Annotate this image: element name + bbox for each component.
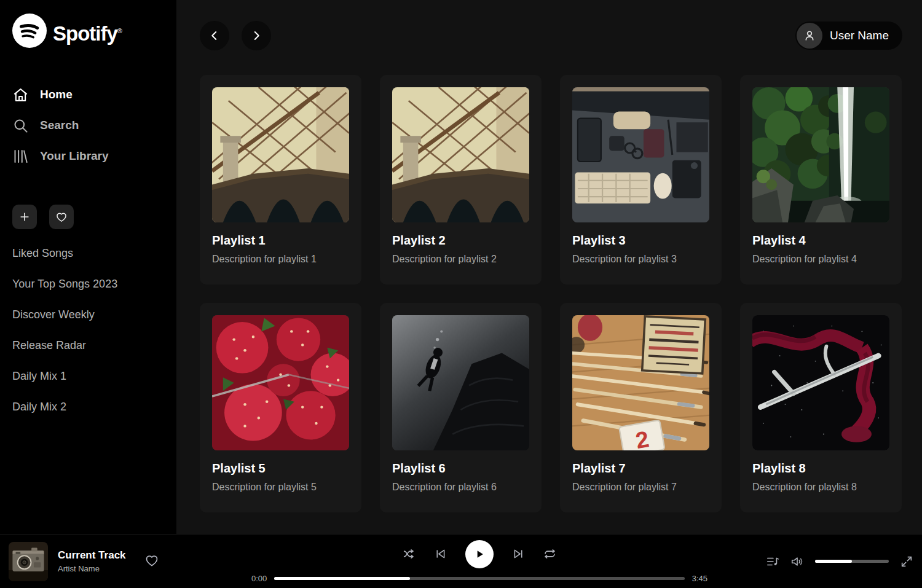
next-icon: [512, 547, 525, 560]
sidebar-item-label: Search: [40, 119, 79, 132]
playlist-cover-strawberries: [212, 315, 349, 450]
back-button[interactable]: [200, 21, 229, 50]
playlist-description: Description for playlist 1: [212, 254, 349, 265]
forward-button[interactable]: [242, 21, 271, 50]
volume-button[interactable]: [790, 555, 804, 568]
playlist-cover-steel-bridge: [212, 87, 349, 222]
sidebar-item-label: Home: [40, 88, 73, 101]
sidebar-item-your-library[interactable]: Your Library: [12, 141, 164, 171]
playlist-title: Playlist 3: [572, 233, 709, 248]
playlist-cover-desk-flatlay: [572, 87, 709, 222]
play-icon: [473, 548, 486, 560]
track-info: Current Track Artist Name: [58, 549, 126, 573]
playlist-cover-antler: [752, 315, 889, 450]
sidebar-playlist-item[interactable]: Release Radar: [12, 330, 164, 361]
player-center: 0:00 3:45: [218, 540, 741, 583]
like-track-button[interactable]: [144, 553, 159, 570]
sidebar-playlist-item[interactable]: Your Top Songs 2023: [12, 269, 164, 299]
liked-songs-button[interactable]: [49, 205, 74, 229]
sidebar-playlist-item[interactable]: Daily Mix 2: [12, 391, 164, 422]
artist-name: Artist Name: [58, 564, 126, 573]
sidebar-item-search[interactable]: Search: [12, 110, 164, 141]
playlist-card[interactable]: Playlist 6 Description for playlist 6: [380, 303, 542, 512]
playlist-description: Description for playlist 4: [752, 254, 889, 265]
volume-fill: [815, 560, 852, 563]
library-icon: [12, 148, 29, 165]
main-content: User Name: [176, 0, 922, 534]
playlist-cover-waterfall: [752, 87, 889, 222]
queue-icon: [766, 555, 779, 568]
playlist-card[interactable]: Playlist 2 Description for playlist 2: [380, 75, 542, 284]
playlist-title: Playlist 6: [392, 461, 529, 476]
playlist-cover-rulers: 2: [572, 315, 709, 450]
playlist-cover-diver: [392, 315, 529, 450]
playlist-description: Description for playlist 5: [212, 482, 349, 493]
topbar: User Name: [200, 21, 902, 50]
sidebar-playlist-item[interactable]: Daily Mix 1: [12, 361, 164, 391]
playlist-description: Description for playlist 6: [392, 482, 529, 493]
user-menu-button[interactable]: User Name: [795, 22, 902, 50]
spotify-logo: Spotify®: [12, 14, 164, 51]
playlist-description: Description for playlist 2: [392, 254, 529, 265]
chevron-right-icon: [251, 30, 262, 41]
play-button[interactable]: [465, 540, 494, 568]
heart-icon: [55, 211, 68, 223]
player-controls: [403, 540, 556, 568]
progress-row: 0:00 3:45: [251, 574, 707, 583]
playlist-cover-steel-bridge: [392, 87, 529, 222]
playlist-card[interactable]: Playlist 3 Description for playlist 3: [560, 75, 722, 284]
home-icon: [12, 87, 29, 103]
sidebar-playlist-item[interactable]: Liked Songs: [12, 238, 164, 269]
playlist-title: Playlist 5: [212, 461, 349, 476]
plus-icon: [18, 211, 31, 223]
repeat-icon: [543, 547, 556, 560]
queue-button[interactable]: [766, 555, 779, 568]
playlist-card[interactable]: Playlist 4 Description for playlist 4: [740, 75, 902, 284]
app-window: Spotify® Home Search Your Library: [0, 0, 922, 588]
player-right: [741, 555, 913, 568]
chevron-left-icon: [209, 30, 220, 41]
playlist-card[interactable]: 2 Playlist 7 Description for playlist 7: [560, 303, 722, 512]
track-title: Current Track: [58, 549, 126, 562]
spotify-logo-icon: [12, 14, 47, 48]
elapsed-time: 0:00: [251, 574, 267, 583]
search-icon: [12, 117, 29, 134]
playlist-grid: Playlist 1 Description for playlist 1: [200, 75, 902, 512]
progress-bar[interactable]: [274, 577, 684, 580]
repeat-button[interactable]: [543, 547, 556, 560]
volume-icon: [790, 555, 804, 568]
sidebar-item-home[interactable]: Home: [12, 79, 164, 110]
registered-mark: ®: [117, 27, 122, 34]
avatar: [797, 23, 822, 49]
volume-slider[interactable]: [815, 560, 889, 563]
user-name: User Name: [830, 29, 889, 42]
playlist-title: Playlist 8: [752, 461, 889, 476]
user-icon: [803, 29, 816, 42]
playlist-title: Playlist 2: [392, 233, 529, 248]
shuffle-button[interactable]: [403, 547, 416, 560]
brand-name: Spotify®: [53, 14, 122, 51]
shuffle-icon: [403, 547, 416, 560]
total-duration: 3:45: [692, 574, 707, 583]
playlist-description: Description for playlist 8: [752, 482, 889, 493]
playlist-title: Playlist 4: [752, 233, 889, 248]
history-nav: [200, 21, 271, 50]
expand-icon: [900, 555, 913, 568]
playlist-title: Playlist 7: [572, 461, 709, 476]
playlist-card[interactable]: Playlist 1 Description for playlist 1: [200, 75, 361, 284]
playlist-card[interactable]: Playlist 5 Description for playlist 5: [200, 303, 361, 512]
sidebar-actions: [12, 205, 164, 229]
previous-track-button[interactable]: [434, 547, 447, 560]
playlist-title: Playlist 1: [212, 233, 349, 248]
heart-icon: [144, 553, 159, 568]
previous-icon: [434, 547, 447, 560]
player-bar: Current Track Artist Name: [0, 534, 922, 588]
next-track-button[interactable]: [512, 547, 525, 560]
sidebar-item-label: Your Library: [40, 149, 109, 163]
fullscreen-button[interactable]: [900, 555, 913, 568]
album-art-vintage-camera: [9, 542, 48, 581]
playlist-card[interactable]: Playlist 8 Description for playlist 8: [740, 303, 902, 512]
sidebar-nav: Home Search Your Library: [12, 79, 164, 171]
sidebar-playlist-item[interactable]: Discover Weekly: [12, 299, 164, 330]
create-playlist-button[interactable]: [12, 205, 37, 229]
